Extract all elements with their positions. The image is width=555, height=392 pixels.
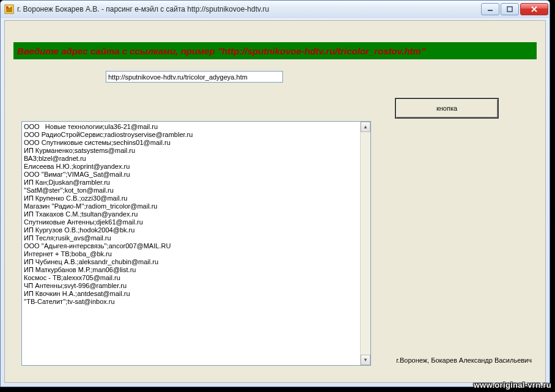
maximize-button[interactable] — [501, 3, 519, 15]
minimize-button[interactable] — [481, 3, 499, 15]
window-title: г. Воронеж Бокарев А.В. - парсинг е-мэйл… — [17, 5, 480, 13]
parse-button[interactable]: кнопка — [395, 98, 499, 119]
close-button[interactable] — [520, 3, 548, 15]
scroll-up-button[interactable]: ▲ — [361, 122, 370, 132]
scroll-down-button[interactable]: ▼ — [361, 355, 370, 365]
url-input[interactable] — [106, 71, 283, 83]
watermark: www.original-vrn.ru — [474, 380, 551, 390]
titlebar: г. Воронеж Бокарев А.В. - парсинг е-мэйл… — [1, 1, 549, 18]
application-window: г. Воронеж Бокарев А.В. - парсинг е-мэйл… — [0, 0, 550, 387]
svg-rect-2 — [488, 10, 493, 11]
window-controls — [480, 3, 548, 15]
app-icon — [4, 4, 14, 14]
instruction-banner: Введите адрес сайта с ссылками, пример "… — [13, 42, 537, 59]
client-area: Введите адрес сайта с ссылками, пример "… — [4, 20, 546, 383]
scrollbar[interactable]: ▲ ▼ — [360, 122, 370, 365]
results-memo[interactable]: ООО Новые технологии;ula36-21@mail.ru ОО… — [21, 121, 371, 366]
scroll-track[interactable] — [361, 132, 370, 355]
parse-button-label: кнопка — [436, 105, 457, 112]
svg-rect-3 — [507, 7, 512, 12]
results-text[interactable]: ООО Новые технологии;ula36-21@mail.ru ОО… — [22, 122, 360, 365]
author-label: г.Воронеж, Бокарев Александр Васильевич — [396, 357, 532, 364]
svg-point-1 — [6, 6, 9, 9]
